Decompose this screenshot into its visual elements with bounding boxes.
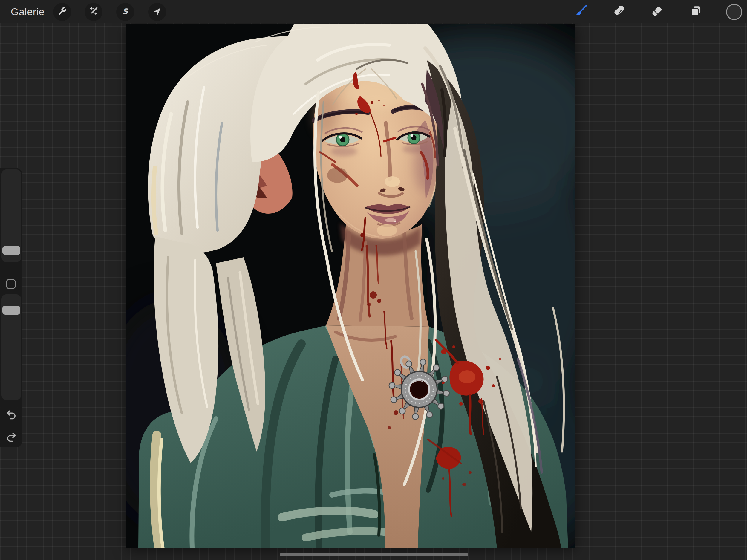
transform-button[interactable]	[148, 3, 166, 21]
layers-icon	[689, 4, 702, 19]
smudge-tool-button[interactable]	[611, 3, 627, 20]
eraser-icon	[650, 4, 663, 19]
top-toolbar: Galerie S	[0, 0, 747, 23]
selection-button[interactable]: S	[116, 3, 134, 21]
magic-wand-icon	[89, 6, 98, 17]
brush-size-thumb[interactable]	[2, 246, 20, 255]
home-indicator[interactable]	[280, 553, 468, 556]
paint-tool-button[interactable]	[572, 3, 589, 20]
app-screen: Galerie S	[0, 0, 747, 560]
gallery-button[interactable]: Galerie	[11, 0, 45, 23]
opacity-thumb[interactable]	[2, 306, 20, 315]
brush-icon	[574, 4, 588, 19]
layers-button[interactable]	[688, 3, 704, 20]
opacity-slider[interactable]	[1, 294, 21, 400]
smudge-finger-icon	[613, 4, 626, 19]
color-swatch-circle[interactable]	[726, 4, 742, 20]
undo-arrow-icon	[5, 416, 17, 422]
redo-button[interactable]	[5, 431, 17, 443]
artwork-canvas[interactable]	[126, 24, 575, 548]
actions-button[interactable]	[53, 3, 71, 21]
selection-s-icon: S	[121, 6, 130, 17]
svg-text:S: S	[123, 7, 128, 16]
adjustments-button[interactable]	[84, 3, 102, 21]
erase-tool-button[interactable]	[648, 3, 665, 20]
transform-arrow-icon	[152, 6, 162, 17]
undo-button[interactable]	[5, 409, 17, 421]
brush-sidebar	[0, 168, 22, 447]
modify-button[interactable]	[6, 279, 16, 289]
wrench-icon	[57, 6, 67, 17]
redo-arrow-icon	[5, 439, 17, 444]
brush-size-slider[interactable]	[1, 170, 21, 262]
